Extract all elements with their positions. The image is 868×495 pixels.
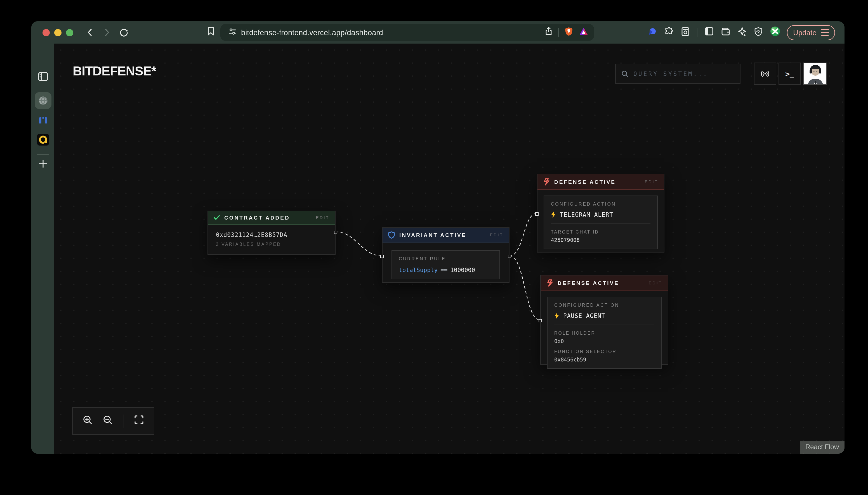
edit-button[interactable]: EDIT — [490, 233, 503, 237]
node-defense-telegram[interactable]: DEFENSE ACTIVE EDIT CONFIGURED ACTION TE… — [537, 174, 665, 253]
target-handle[interactable] — [380, 255, 384, 258]
edge-invariant-defense2 — [509, 256, 540, 320]
divider — [554, 325, 654, 325]
traffic-lights — [43, 29, 73, 36]
zoom-in-button[interactable] — [83, 415, 93, 427]
minimize-window-button[interactable] — [54, 29, 62, 36]
bolt-icon — [554, 312, 559, 319]
shield-icon — [388, 231, 395, 239]
update-button[interactable]: Update — [787, 25, 835, 40]
zoom-out-button[interactable] — [103, 415, 113, 427]
extensions-puzzle-icon[interactable] — [665, 27, 674, 38]
rule-label: CURRENT RULE — [399, 256, 493, 261]
source-handle[interactable] — [508, 255, 511, 258]
node-title: CONTRACT ADDED — [224, 215, 316, 221]
node-defense-pause[interactable]: DEFENSE ACTIVE EDIT CONFIGURED ACTION PA… — [540, 275, 668, 365]
action-line: PAUSE AGENT — [554, 312, 654, 319]
bat-rewards-icon[interactable] — [579, 27, 588, 38]
search-tabs-icon[interactable] — [681, 27, 690, 38]
divider — [697, 28, 698, 37]
defense-bolt-icon — [546, 279, 553, 287]
edit-button[interactable]: EDIT — [644, 180, 658, 184]
defense-bolt-icon — [543, 178, 550, 186]
contract-address: 0xd0321124…2E8B57DA — [216, 231, 327, 238]
url-text[interactable]: bitdefense-frontend.vercel.app/dashboard — [241, 28, 545, 37]
source-handle[interactable] — [334, 231, 337, 234]
target-handle[interactable] — [535, 212, 539, 216]
profile-avatar-icon[interactable] — [770, 26, 780, 38]
divider — [37, 154, 49, 155]
node-body: CURRENT RULE totalSupply==1000000 — [382, 242, 509, 279]
node-header: DEFENSE ACTIVE EDIT — [538, 174, 664, 190]
nav-buttons — [85, 28, 129, 37]
edge-invariant-defense1 — [509, 214, 537, 256]
vertical-tabstrip — [31, 44, 54, 454]
share-icon[interactable] — [545, 27, 553, 38]
url-bar[interactable]: bitdefense-frontend.vercel.app/dashboard — [220, 24, 594, 41]
fit-view-button[interactable] — [134, 415, 144, 427]
node-title: DEFENSE ACTIVE — [558, 280, 649, 286]
node-header: CONTRACT ADDED EDIT — [208, 211, 335, 225]
node-body: CONFIGURED ACTION TELEGRAM ALERT TARGET … — [538, 190, 664, 249]
edit-button[interactable]: EDIT — [316, 215, 329, 220]
bookmark-icon[interactable] — [207, 27, 215, 38]
field-value: 0x8456cb59 — [554, 356, 654, 363]
edge-contract-invariant — [335, 232, 382, 256]
vpn-shield-icon[interactable] — [754, 27, 763, 38]
url-bar-actions — [545, 27, 588, 38]
divider — [551, 223, 651, 224]
action-label: CONFIGURED ACTION — [554, 303, 654, 308]
rule-value: 1000000 — [450, 267, 475, 273]
action-box: CONFIGURED ACTION TELEGRAM ALERT TARGET … — [544, 195, 658, 249]
node-contract-added[interactable]: CONTRACT ADDED EDIT 0xd0321124…2E8B57DA … — [208, 211, 335, 255]
new-tab-button[interactable] — [38, 159, 48, 171]
edit-button[interactable]: EDIT — [649, 280, 662, 286]
browser-window: bitdefense-frontend.vercel.app/dashboard — [31, 21, 845, 454]
zoom-window-button[interactable] — [66, 29, 73, 36]
active-tab-globe[interactable] — [34, 92, 51, 109]
bolt-icon — [551, 211, 556, 218]
menu-icon — [821, 29, 829, 36]
comet-extension-icon[interactable] — [648, 27, 657, 38]
panel-toggle-icon[interactable] — [37, 72, 48, 84]
close-window-button[interactable] — [43, 29, 50, 36]
tab-q-icon[interactable] — [37, 134, 49, 148]
check-icon — [214, 215, 220, 220]
action-name: PAUSE AGENT — [563, 312, 605, 319]
action-label: CONFIGURED ACTION — [551, 202, 651, 207]
target-handle[interactable] — [539, 319, 542, 322]
wallet-icon[interactable] — [721, 27, 731, 38]
divider — [558, 28, 559, 37]
reactflow-attribution[interactable]: React Flow — [800, 441, 845, 454]
node-header: INVARIANT ACTIVE EDIT — [382, 228, 509, 242]
back-icon[interactable] — [85, 28, 95, 37]
leo-ai-icon[interactable] — [738, 27, 747, 38]
action-box: CONFIGURED ACTION PAUSE AGENT ROLE HOLDE… — [547, 297, 661, 369]
browser-toolbar: bitdefense-frontend.vercel.app/dashboard — [31, 21, 845, 44]
action-name: TELEGRAM ALERT — [560, 211, 613, 218]
rule-variable: totalSupply — [399, 267, 438, 273]
node-title: INVARIANT ACTIVE — [399, 232, 490, 238]
canvas-controls — [72, 407, 154, 435]
node-title: DEFENSE ACTIVE — [554, 179, 644, 185]
node-header: DEFENSE ACTIVE EDIT — [541, 275, 668, 291]
action-line: TELEGRAM ALERT — [551, 211, 651, 218]
variables-mapped: 2 VARIABLES MAPPED — [216, 242, 327, 247]
screen: bitdefense-frontend.vercel.app/dashboard — [0, 0, 868, 495]
tab-m-icon[interactable] — [37, 115, 48, 126]
reload-icon[interactable] — [119, 28, 129, 37]
sidebar-toggle-icon[interactable] — [705, 27, 714, 38]
rule-expression: totalSupply==1000000 — [399, 267, 493, 273]
forward-icon[interactable] — [102, 28, 111, 37]
node-body: CONFIGURED ACTION PAUSE AGENT ROLE HOLDE… — [541, 291, 668, 369]
node-body: 0xd0321124…2E8B57DA 2 VARIABLES MAPPED — [208, 225, 335, 247]
brave-shield-icon[interactable] — [564, 27, 573, 38]
node-invariant-active[interactable]: INVARIANT ACTIVE EDIT CURRENT RULE total… — [382, 227, 509, 283]
field-label: FUNCTION SELECTOR — [554, 349, 654, 354]
extension-icons — [648, 26, 780, 38]
site-settings-icon[interactable] — [228, 27, 236, 38]
update-button-label: Update — [793, 28, 817, 37]
rule-operator: == — [438, 267, 450, 273]
dashboard-canvas[interactable]: BITDEFENSE* >_ — [54, 44, 845, 454]
rule-box: CURRENT RULE totalSupply==1000000 — [392, 250, 500, 279]
